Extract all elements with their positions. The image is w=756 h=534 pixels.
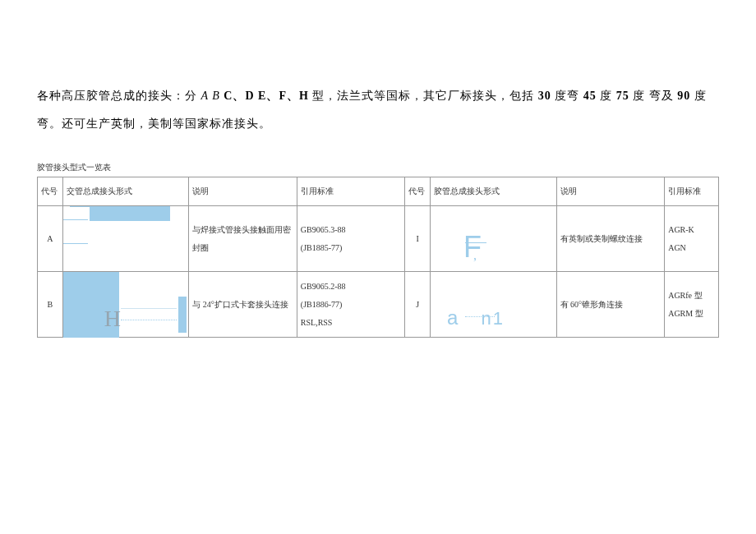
intro-text-1: 各种高压胶管总成的接头：分	[37, 90, 201, 102]
cell-diagram-i: F ,	[431, 206, 557, 272]
diagram-b-glyph: H	[104, 293, 121, 344]
cell-code-j: J	[405, 272, 431, 338]
cell-std-b: GB9065.2-88 (JB1886-77) RSL,RSS	[297, 272, 405, 338]
th-desc: 说明	[189, 177, 297, 206]
table-row: B H 与 24°扩口式卡套接头连接 GB9065.2-88 (JB1886-7…	[38, 272, 719, 338]
diagram-b-right	[178, 297, 187, 333]
diagram-i-glyph: F	[463, 214, 482, 279]
cell-code-i: I	[405, 206, 431, 272]
intro-deg90: 90	[677, 90, 690, 102]
intro-deg75: 75	[616, 90, 629, 102]
table-title: 胶管接头型式一览表	[37, 162, 719, 173]
intro-deg45: 45	[583, 90, 597, 102]
th-form: 交管总成接头形式	[62, 177, 189, 206]
connector-table: 代号 交管总成接头形式 说明 引用标准 代号 胶管总成接头形式 说明 引用标准 …	[37, 177, 719, 338]
cell-std-a: GB9065.3-88 (JB1885-77)	[297, 206, 405, 272]
intro-text-3: 度弯	[551, 90, 583, 102]
cell-desc-b: 与 24°扩口式卡套接头连接	[189, 272, 297, 338]
th-std2: 引用标准	[665, 177, 719, 206]
intro-abc-bold: C、D E、F、H	[220, 90, 313, 102]
th-code: 代号	[38, 177, 63, 206]
intro-deg30: 30	[538, 90, 551, 102]
intro-text-4: 度	[597, 90, 616, 102]
diagram-j-glyph: a n1	[447, 297, 505, 340]
table-row: A 与焊接式管接头接触面用密封圈 GB9065.3-88 (JB1885-77)…	[38, 206, 719, 272]
diagram-b-dots	[121, 320, 177, 320]
diagram-i-comma: ,	[473, 241, 477, 269]
intro-text-2: 型，法兰式等国标，其它厂标接头，包括	[312, 90, 538, 102]
intro-paragraph: 各种高压胶管总成的接头：分 A B C、D E、F、H 型，法兰式等国标，其它厂…	[37, 82, 719, 137]
cell-diagram-j: a n1	[431, 272, 557, 338]
intro-text-5: 度 弯及	[629, 90, 678, 102]
cell-code-b: B	[38, 272, 63, 338]
diagram-b-line	[121, 308, 177, 309]
cell-std-i: AGR-K AGN	[665, 206, 719, 272]
cell-desc-a: 与焊接式管接头接触面用密封圈	[189, 206, 297, 272]
th-desc2: 说明	[556, 177, 665, 206]
cell-diagram-a	[62, 206, 189, 272]
th-form2: 胶管总成接头形式	[431, 177, 557, 206]
th-code2: 代号	[405, 177, 431, 206]
diagram-a-shape	[90, 206, 170, 252]
diagram-j-dots	[465, 316, 495, 317]
cell-std-j: AGRfe 型 AGRM 型	[665, 272, 719, 338]
cell-diagram-b: H	[62, 272, 189, 338]
th-std: 引用标准	[297, 177, 405, 206]
intro-abc-italic: A B	[201, 90, 220, 102]
cell-desc-j: 有 60°锥形角连接	[556, 272, 665, 338]
cell-desc-i: 有英制或美制螺纹连接	[556, 206, 665, 272]
cell-code-a: A	[38, 206, 63, 272]
table-header-row: 代号 交管总成接头形式 说明 引用标准 代号 胶管总成接头形式 说明 引用标准	[38, 177, 719, 206]
